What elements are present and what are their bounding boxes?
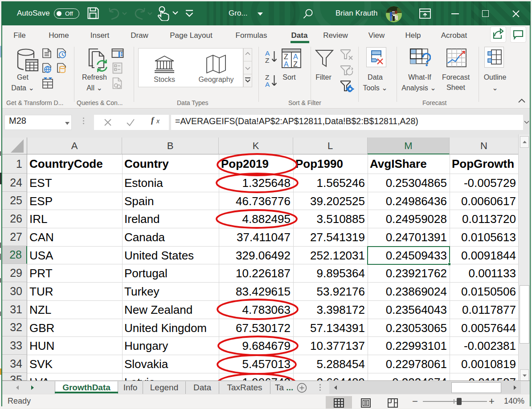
svg-text:A: A: [265, 49, 270, 57]
svg-text:Z: Z: [284, 53, 288, 61]
svg-text:A: A: [293, 53, 298, 61]
svg-text:A: A: [265, 81, 270, 88]
svg-text:Z: Z: [265, 57, 269, 64]
svg-text:Z: Z: [293, 61, 298, 68]
svg-text:Z: Z: [265, 73, 269, 81]
svg-text:A: A: [284, 61, 289, 68]
